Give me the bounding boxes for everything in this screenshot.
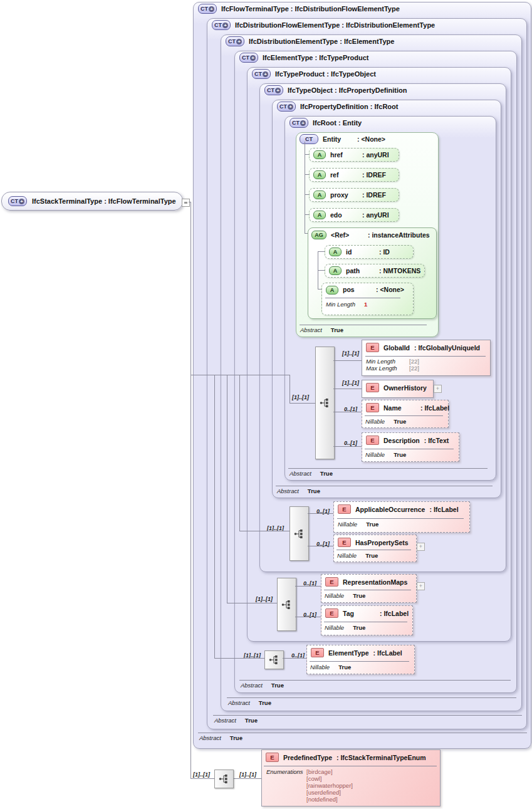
sequence-glyph xyxy=(219,774,230,784)
type-title: IfcFlowTerminalType : IfcDistributionFlo… xyxy=(221,5,400,13)
header-ifcdistributionelementtype[interactable]: CT+ IfcDistributionElementType : IfcElem… xyxy=(226,36,394,46)
attribute-path[interactable]: A path : NMTOKENS xyxy=(325,264,425,278)
connector-line xyxy=(333,389,362,389)
cardinality-label: 0..[1] xyxy=(344,440,357,446)
cardinality-label: [1]..[1] xyxy=(292,394,309,400)
attribute-proxy[interactable]: A proxy : IDREF xyxy=(309,188,399,202)
expand-plus-icon[interactable]: + xyxy=(417,543,425,551)
root-element-ifcstackterminaltype[interactable]: CT+ IfcStackTerminalType : IfcFlowTermin… xyxy=(1,192,183,211)
complextype-icon: CT+ xyxy=(226,36,244,46)
sequence-icon[interactable] xyxy=(264,650,284,669)
expand-plus-icon[interactable]: + xyxy=(417,582,425,590)
ifcpropertydefinition-abstract-facet: Abstract True xyxy=(277,488,320,494)
attribute-href[interactable]: A href : anyURI xyxy=(309,148,399,162)
header-ifcroot[interactable]: CT+ IfcRoot : Entity xyxy=(289,118,362,128)
attr-type: : <None> xyxy=(376,286,404,293)
applicableoccurrence-nillable-facet: Nillable True xyxy=(338,521,378,528)
element-icon: E xyxy=(366,343,379,352)
header-ifcdistributionflowelementtype[interactable]: CT+ IfcDistributionFlowElementType : Ifc… xyxy=(212,20,435,30)
element-name-label: Description xyxy=(383,437,420,444)
element-icon: E xyxy=(266,753,279,762)
elementtype-nillable-facet: Nillable True xyxy=(310,664,351,671)
element-predefinedtype[interactable]: E PredefinedType : IfcStackTerminalTypeE… xyxy=(261,749,441,806)
header-attribute-group[interactable]: AG <Ref> : instanceAttributes xyxy=(311,230,430,240)
attribute-ref[interactable]: A ref : IDREF xyxy=(309,168,399,182)
plus-icon: + xyxy=(263,71,268,77)
attribute-edo[interactable]: A edo : anyURI xyxy=(309,208,399,222)
facet-separator xyxy=(276,486,493,486)
facet-separator xyxy=(365,356,486,357)
header-ifcelementtype[interactable]: CT+ IfcElementType : IfcTypeProduct xyxy=(239,53,369,63)
pos-minlength-facet: Min Length 1 xyxy=(326,301,367,308)
ifcdistributionelementtype-abstract-facet: Abstract True xyxy=(228,699,271,706)
attribute-pos[interactable]: A pos : <None> xyxy=(321,283,414,315)
attribute-icon: A xyxy=(313,211,326,219)
attr-name: href xyxy=(330,151,358,159)
sequence-icon[interactable] xyxy=(315,347,335,459)
facet-separator xyxy=(365,449,454,449)
attr-type: : IDREF xyxy=(362,191,386,199)
attr-name: pos xyxy=(343,286,372,293)
element-applicableoccurrence[interactable]: E ApplicableOccurrence : IfcLabel xyxy=(333,501,470,533)
element-icon: E xyxy=(366,436,379,445)
header-ifcpropertydefinition[interactable]: CT+ IfcPropertyDefinition : IfcRoot xyxy=(277,102,398,112)
element-icon: E xyxy=(338,538,351,547)
attribute-group-icon: AG xyxy=(311,231,326,239)
sequence-icon[interactable] xyxy=(289,506,309,561)
attr-name: path xyxy=(346,267,375,274)
element-name-label: HasPropertySets xyxy=(355,539,409,546)
tag-nillable-facet: Nillable True xyxy=(325,624,365,631)
facet-separator xyxy=(325,298,400,298)
enumerations-facet-label: Enumerations xyxy=(266,768,303,775)
complextype-icon: CT+ xyxy=(239,53,258,63)
complextype-icon: CT+ xyxy=(277,102,296,112)
facet-separator xyxy=(288,468,488,469)
attribute-icon: A xyxy=(329,248,342,256)
facet-separator xyxy=(300,325,427,325)
connector-line xyxy=(305,142,305,233)
ifcdistributionflowelementtype-abstract-facet: Abstract True xyxy=(214,717,258,724)
collapse-handle[interactable] xyxy=(182,199,190,207)
connector-line xyxy=(214,375,215,658)
attribute-id[interactable]: A id : ID xyxy=(325,245,414,259)
globalid-minlength-facet: Min Length [22] xyxy=(366,358,419,365)
element-type: : IfcLabel xyxy=(429,506,458,513)
sequence-glyph xyxy=(320,398,331,408)
complextype-icon: CT xyxy=(300,134,318,144)
attr-type: : ID xyxy=(379,248,390,256)
facet-separator xyxy=(324,590,411,590)
type-title: IfcTypeProduct : IfcTypeObject xyxy=(275,70,376,78)
element-icon: E xyxy=(311,648,324,657)
sequence-icon[interactable] xyxy=(277,578,296,631)
plus-icon: + xyxy=(222,23,228,28)
ifcflowterminaltype-abstract-facet: Abstract True xyxy=(199,734,243,741)
complextype-icon: CT+ xyxy=(212,20,231,30)
element-ownerhistory[interactable]: E OwnerHistory xyxy=(362,380,434,398)
element-name: GlobalId xyxy=(383,344,410,352)
facet-separator xyxy=(324,622,407,622)
facet-separator xyxy=(365,415,443,416)
globalid-maxlength-facet: Max Length [22] xyxy=(366,365,419,372)
plus-icon: + xyxy=(300,120,306,126)
enum-value: [rainwaterhopper] xyxy=(306,782,353,789)
cardinality-label: [1]..[1] xyxy=(342,350,359,357)
element-type: : IfcLabel xyxy=(420,404,449,412)
facet-separator xyxy=(264,766,437,766)
header-ifcflowterminaltype[interactable]: CT+ IfcFlowTerminalType : IfcDistributio… xyxy=(198,4,400,14)
connector-line xyxy=(305,194,309,195)
connector-line xyxy=(227,603,277,603)
attr-name: id xyxy=(346,248,375,256)
header-ifctypeproduct[interactable]: CT+ IfcTypeProduct : IfcTypeObject xyxy=(252,69,376,79)
facet-separator xyxy=(337,518,464,519)
sequence-icon[interactable] xyxy=(214,770,234,788)
enum-value: [cowl] xyxy=(306,775,321,782)
header-entity[interactable]: CT Entity : <None> xyxy=(300,134,385,144)
complextype-icon: CT+ xyxy=(289,118,308,128)
attr-type: : anyURI xyxy=(362,151,389,159)
element-icon: E xyxy=(325,577,338,587)
facet-separator xyxy=(310,661,409,662)
connector-line xyxy=(305,214,309,215)
expand-plus-icon[interactable]: + xyxy=(434,385,442,393)
header-ifctypeobject[interactable]: CT+ IfcTypeObject : IfcPropertyDefinitio… xyxy=(264,85,407,95)
group-type: : instanceAttributes xyxy=(368,231,430,239)
